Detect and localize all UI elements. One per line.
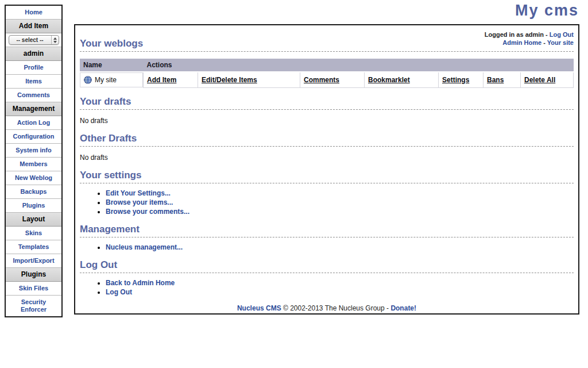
login-line-2: Admin Home - Your site [485,39,574,47]
list-item: Back to Admin Home [106,279,574,287]
list-item: Browse your items... [106,198,574,206]
sidebar-select-row: -- select -- [6,33,61,47]
sidebar-header-management: Management [6,102,61,116]
other-drafts-empty-text: No drafts [80,154,574,162]
action-settings[interactable]: Settings [442,76,469,84]
edit-your-settings-link[interactable]: Edit Your Settings... [106,189,171,197]
copyright-text: © 2002-2013 The Nucleus Group - [281,304,391,312]
add-item-weblog-select[interactable]: -- select -- [9,35,59,45]
sidebar-item-skin-files[interactable]: Skin Files [6,282,61,296]
select-value: -- select -- [9,36,51,44]
weblogs-table-header-row: Name Actions [80,59,574,72]
section-title-management: Management [80,224,574,237]
sidebar-item-import-export[interactable]: Import/Export [6,254,61,268]
sidebar-header-layout: Layout [6,213,61,227]
your-settings-list: Edit Your Settings... Browse your items.… [80,189,574,216]
action-cell: Bans [483,72,521,87]
globe-icon [84,76,92,84]
action-comments[interactable]: Comments [304,76,339,84]
action-cell: Edit/Delete Items [198,72,300,87]
sidebar-item-new-weblog[interactable]: New Weblog [6,171,61,185]
sidebar-header-add-item: Add Item [6,20,61,33]
logged-in-text: Logged in as admin [485,31,544,38]
management-list: Nucleus management... [80,243,574,251]
sidebar-item-system-info[interactable]: System info [6,144,61,158]
main-panel: Logged in as admin - Log Out Admin Home … [74,24,579,315]
sidebar-header-admin: admin [6,47,61,61]
sidebar-item-home[interactable]: Home [6,6,61,20]
action-cell: Settings [439,72,483,87]
action-delete-all[interactable]: Delete All [524,76,555,84]
list-item: Browse your comments... [106,208,574,216]
action-bans[interactable]: Bans [487,76,504,84]
select-stepper-icon [51,36,59,44]
column-header-actions: Actions [144,59,574,72]
admin-home-link[interactable]: Admin Home [502,39,541,46]
sidebar-header-plugins: Plugins [6,268,61,282]
action-cell: Delete All [521,72,574,87]
action-edit-delete-items[interactable]: Edit/Delete Items [202,76,257,84]
action-cell: Bookmarklet [365,72,439,87]
sidebar-item-members[interactable]: Members [6,158,61,171]
section-title-your-settings: Your settings [80,170,574,183]
sidebar-item-profile[interactable]: Profile [6,61,61,75]
sidebar-item-comments[interactable]: Comments [6,89,61,102]
sidebar-item-items[interactable]: Items [6,75,61,89]
footer: Nucleus CMS © 2002-2013 The Nucleus Grou… [80,304,574,312]
page-title: My cms [515,2,579,20]
action-cell: Comments [300,72,365,87]
separator: - [544,31,550,38]
login-line-1: Logged in as admin - Log Out [485,30,574,39]
separator: - [541,39,547,46]
column-header-name: Name [80,59,144,72]
section-title-log-out: Log Out [80,259,574,273]
weblog-name-cell: My site [80,72,143,87]
log-out-list: Back to Admin Home Log Out [80,279,574,296]
sidebar-item-security-enforcer[interactable]: Security Enforcer [6,296,61,316]
chevron-down-icon [53,41,57,43]
sidebar-item-configuration[interactable]: Configuration [6,130,61,144]
section-title-other-drafts: Other Drafts [80,133,574,147]
action-cell: Add Item [144,72,198,87]
list-item: Nucleus management... [106,243,574,251]
action-bookmarklet[interactable]: Bookmarklet [368,76,410,84]
sidebar-item-templates[interactable]: Templates [6,240,61,254]
sidebar-item-action-log[interactable]: Action Log [6,116,61,130]
logout-link[interactable]: Log Out [550,31,574,38]
nucleus-cms-link[interactable]: Nucleus CMS [237,304,281,312]
section-title-your-drafts: Your drafts [80,96,574,110]
weblog-row: My site Add Item Edit/Delete Items Comme… [80,72,574,87]
list-item: Edit Your Settings... [106,189,574,197]
your-drafts-empty-text: No drafts [80,117,574,125]
browse-your-comments-link[interactable]: Browse your comments... [106,208,189,216]
sidebar-item-skins[interactable]: Skins [6,227,61,240]
sidebar: Home Add Item -- select -- admin Profile… [5,5,63,317]
list-item: Log Out [106,288,574,296]
donate-link[interactable]: Donate! [390,304,416,312]
chevron-up-icon [53,37,57,40]
weblogs-table: Name Actions My site [80,59,574,88]
log-out-link[interactable]: Log Out [106,288,132,296]
action-add-item[interactable]: Add Item [147,76,176,84]
your-site-link[interactable]: Your site [547,39,574,46]
browse-your-items-link[interactable]: Browse your items... [106,198,173,206]
login-status: Logged in as admin - Log Out Admin Home … [485,30,574,47]
back-to-admin-home-link[interactable]: Back to Admin Home [106,279,175,287]
weblog-name: My site [95,76,117,84]
nucleus-management-link[interactable]: Nucleus management... [106,243,183,251]
sidebar-item-plugins[interactable]: Plugins [6,199,61,213]
sidebar-item-backups[interactable]: Backups [6,185,61,199]
